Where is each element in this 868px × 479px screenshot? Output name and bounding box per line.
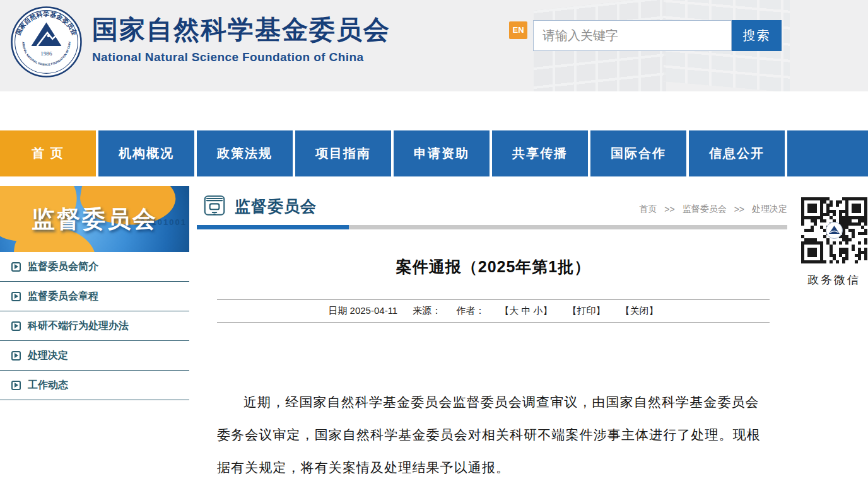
nsfc-seal-logo[interactable]: 国家自然科学基金委员会 1986 NATIONAL NATURAL SCIENC… bbox=[10, 6, 83, 78]
search-button[interactable]: 搜索 bbox=[732, 20, 782, 51]
sidebar-item-committee-intro[interactable]: 监督委员会简介 bbox=[0, 252, 189, 282]
book-icon bbox=[202, 193, 227, 218]
sidebar-item-committee-charter[interactable]: 监督委员会章程 bbox=[0, 282, 189, 311]
qr-code-label: 政务微信 bbox=[800, 272, 868, 287]
sidebar: 00101001 监督委员会 监督委员会简介 监督委员会章程 科研不端行为处理办… bbox=[0, 186, 189, 400]
arrow-right-icon bbox=[11, 381, 21, 390]
font-size-control[interactable]: 【大 中 小】 bbox=[500, 305, 552, 317]
main-nav: 首 页 机构概况 政策法规 项目指南 申请资助 共享传播 国际合作 信息公开 bbox=[0, 130, 868, 176]
site-brand: 国家自然科学基金委员会 National Natural Science Fou… bbox=[92, 15, 390, 64]
breadcrumb-committee[interactable]: 监督委员会 bbox=[683, 204, 727, 215]
qr-code bbox=[801, 197, 867, 263]
article: 案件通报（2025年第1批） 日期 2025-04-11 来源： 作者： 【大 … bbox=[217, 243, 770, 479]
english-version-button[interactable]: EN bbox=[509, 21, 527, 39]
article-source: 来源： bbox=[413, 305, 441, 317]
wechat-qr-block: 政务微信 bbox=[800, 197, 868, 287]
sidebar-item-decisions[interactable]: 处理决定 bbox=[0, 341, 189, 371]
nav-item-guides[interactable]: 项目指南 bbox=[295, 130, 391, 176]
article-author: 作者： bbox=[456, 305, 484, 317]
print-button[interactable]: 【打印】 bbox=[568, 305, 606, 317]
search-input[interactable] bbox=[533, 20, 732, 51]
article-date: 日期 2025-04-11 bbox=[328, 305, 397, 317]
close-button[interactable]: 【关闭】 bbox=[621, 305, 659, 317]
breadcrumb: 首页 >> 监督委员会 >> 处理决定 bbox=[639, 204, 787, 215]
breadcrumb-separator: >> bbox=[664, 204, 674, 214]
arrow-right-icon bbox=[11, 321, 21, 331]
nav-item-international[interactable]: 国际合作 bbox=[590, 130, 686, 176]
arrow-right-icon bbox=[11, 351, 21, 361]
nav-item-organization[interactable]: 机构概况 bbox=[98, 130, 194, 176]
article-title: 案件通报（2025年第1批） bbox=[217, 257, 770, 277]
nav-filler bbox=[787, 130, 868, 176]
nav-item-sharing[interactable]: 共享传播 bbox=[492, 130, 588, 176]
seal-year: 1986 bbox=[40, 50, 52, 57]
site-subtitle: National Natural Science Foundation of C… bbox=[92, 50, 390, 64]
site-header: 国家自然科学基金委员会 1986 NATIONAL NATURAL SCIENC… bbox=[0, 0, 868, 91]
page: 国家自然科学基金委员会 1986 NATIONAL NATURAL SCIENC… bbox=[0, 0, 868, 479]
arrow-right-icon bbox=[11, 292, 21, 301]
nav-item-policies[interactable]: 政策法规 bbox=[197, 130, 293, 176]
section-title: 监督委员会 bbox=[235, 196, 317, 217]
sidebar-item-work-news[interactable]: 工作动态 bbox=[0, 371, 189, 400]
nav-item-funding[interactable]: 申请资助 bbox=[394, 130, 490, 176]
breadcrumb-separator: >> bbox=[734, 204, 744, 214]
article-meta: 日期 2025-04-11 来源： 作者： 【大 中 小】 【打印】 【关闭】 bbox=[217, 299, 770, 323]
breadcrumb-home[interactable]: 首页 bbox=[639, 204, 657, 215]
article-paragraph: 近期，经国家自然科学基金委员会监督委员会调查审议，由国家自然科学基金委员会委务会… bbox=[217, 386, 766, 479]
sidebar-banner-title: 监督委员会 bbox=[32, 204, 158, 235]
site-title: 国家自然科学基金委员会 bbox=[92, 15, 390, 45]
section-underline bbox=[197, 225, 787, 229]
sidebar-item-misconduct-measures[interactable]: 科研不端行为处理办法 bbox=[0, 311, 189, 341]
section-header: 监督委员会 首页 >> 监督委员会 >> 处理决定 bbox=[197, 186, 787, 225]
arrow-right-icon bbox=[11, 262, 21, 272]
sidebar-menu: 监督委员会简介 监督委员会章程 科研不端行为处理办法 处理决定 工作动态 bbox=[0, 252, 189, 400]
nav-item-home[interactable]: 首 页 bbox=[0, 130, 96, 176]
breadcrumb-decisions[interactable]: 处理决定 bbox=[752, 204, 787, 215]
main-content: 监督委员会 首页 >> 监督委员会 >> 处理决定 案件通报（2025年第1批）… bbox=[197, 186, 787, 225]
sidebar-banner: 00101001 监督委员会 bbox=[0, 186, 189, 252]
nav-item-info-disclosure[interactable]: 信息公开 bbox=[689, 130, 785, 176]
